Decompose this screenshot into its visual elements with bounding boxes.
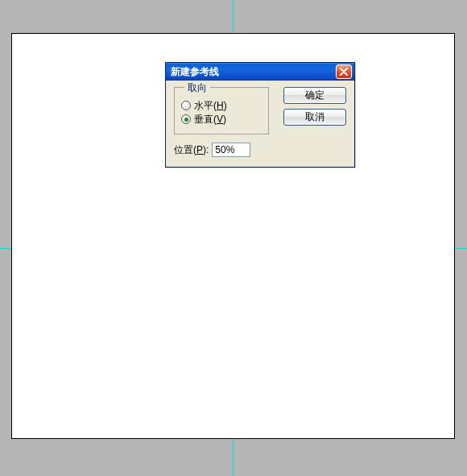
position-label: 位置(P): <box>174 143 209 157</box>
close-button[interactable] <box>336 64 352 79</box>
ok-button[interactable]: 确定 <box>283 87 346 104</box>
orientation-group: 取向 水平(H) 垂直(V) <box>174 87 269 135</box>
radio-vertical-row[interactable]: 垂直(V) <box>181 114 262 125</box>
radio-horizontal-row[interactable]: 水平(H) <box>181 100 262 111</box>
dialog-title: 新建参考线 <box>171 65 336 79</box>
new-guide-dialog: 新建参考线 确定 取消 取向 水平(H) 垂直(V) 位置(P): <box>165 62 355 168</box>
radio-vertical[interactable] <box>181 114 191 124</box>
close-icon <box>340 68 348 76</box>
dialog-button-column: 确定 取消 <box>283 87 346 126</box>
position-input[interactable] <box>212 143 250 157</box>
dialog-body: 确定 取消 取向 水平(H) 垂直(V) 位置(P): <box>166 81 354 167</box>
radio-vertical-label: 垂直(V) <box>194 114 226 125</box>
dialog-titlebar[interactable]: 新建参考线 <box>166 63 354 81</box>
radio-horizontal-label: 水平(H) <box>194 100 227 111</box>
radio-horizontal[interactable] <box>181 101 191 110</box>
cancel-button[interactable]: 取消 <box>283 109 346 126</box>
position-row: 位置(P): <box>174 143 346 157</box>
orientation-group-label: 取向 <box>184 81 210 95</box>
